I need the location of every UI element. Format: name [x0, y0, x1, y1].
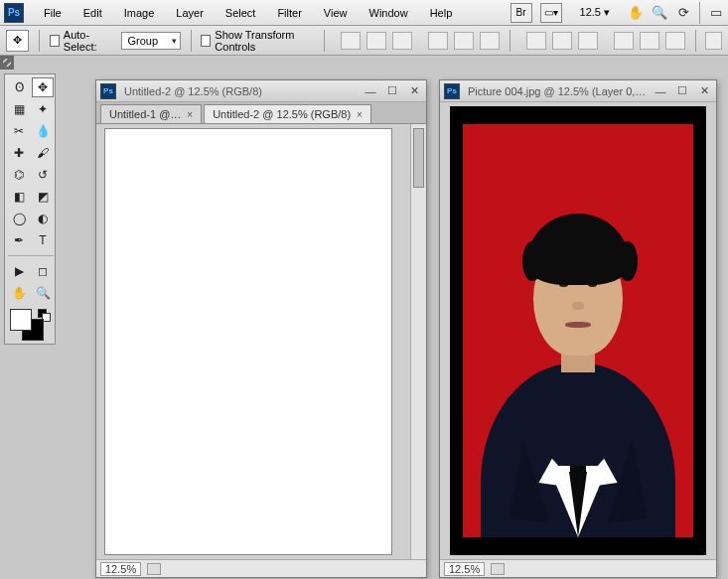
distribute-left-icon[interactable]: [614, 32, 634, 50]
menu-edit[interactable]: Edit: [73, 3, 112, 23]
divider: [510, 30, 510, 52]
distribute-hcenter-icon[interactable]: [640, 32, 659, 50]
minimize-button[interactable]: —: [653, 84, 668, 98]
maximize-button[interactable]: ☐: [384, 84, 400, 98]
close-tab-icon[interactable]: ×: [357, 109, 363, 120]
tab-label: Untitled-2 @ 12.5% (RGB/8): [213, 108, 351, 120]
tab-untitled-2[interactable]: Untitled-2 @ 12.5% (RGB/8) ×: [204, 104, 371, 123]
foreground-color-swatch[interactable]: [10, 309, 32, 331]
divider: [324, 30, 325, 52]
close-button[interactable]: ✕: [696, 84, 712, 98]
workspace-switcher-icon[interactable]: ▭: [708, 5, 724, 21]
menu-image[interactable]: Image: [114, 3, 165, 23]
divider: [699, 2, 700, 24]
window-title: Untitled-2 @ 12.5% (RGB/8): [124, 85, 357, 97]
clone-stamp-icon[interactable]: ⌬: [8, 165, 30, 185]
workspace: ʘ✥▦✦✂💧✚🖌⌬↺◧◩◯◐✒T▶◻✋🔍 Ps Untitled-2 @ 12.…: [0, 56, 728, 579]
window-titlebar[interactable]: Ps Picture 004.jpg @ 12.5% (Layer 0, R… …: [440, 80, 716, 102]
tab-untitled-1[interactable]: Untitled-1 @… ×: [100, 104, 202, 123]
history-brush-icon[interactable]: ↺: [32, 165, 54, 185]
screen-mode-button[interactable]: ▭▾: [540, 3, 562, 23]
auto-select-checkbox[interactable]: Auto-Select:: [50, 29, 111, 53]
checkbox-icon[interactable]: [50, 35, 60, 47]
align-hcenter-icon[interactable]: [454, 32, 474, 50]
menu-filter[interactable]: Filter: [267, 3, 311, 23]
canvas-area[interactable]: [96, 124, 410, 559]
vertical-scrollbar[interactable]: [410, 124, 426, 559]
minimize-button[interactable]: —: [363, 84, 378, 98]
move-icon[interactable]: ✥: [32, 77, 54, 97]
marquee-icon[interactable]: ▦: [8, 99, 30, 119]
distribute-bottom-icon[interactable]: [578, 32, 598, 50]
menubar: Ps File Edit Image Layer Select Filter V…: [0, 0, 728, 26]
status-info-icon[interactable]: [147, 563, 161, 575]
window-titlebar[interactable]: Ps Untitled-2 @ 12.5% (RGB/8) — ☐ ✕: [96, 80, 426, 102]
toolbox-collapse-handle[interactable]: [0, 56, 14, 70]
distribute-vcenter-icon[interactable]: [552, 32, 572, 50]
brush-icon[interactable]: 🖌: [32, 143, 54, 163]
align-top-icon[interactable]: [341, 32, 361, 50]
gradient-icon[interactable]: ◩: [32, 187, 54, 207]
blank-canvas[interactable]: [104, 128, 392, 555]
type-icon[interactable]: T: [32, 230, 54, 250]
bridge-button[interactable]: Br: [510, 3, 532, 23]
document-window-right: Ps Picture 004.jpg @ 12.5% (Layer 0, R… …: [439, 79, 717, 578]
auto-align-icon[interactable]: [705, 32, 722, 50]
eraser-icon[interactable]: ◧: [8, 187, 30, 207]
menu-window[interactable]: Window: [360, 3, 418, 23]
zoom-icon[interactable]: 🔍: [32, 283, 54, 303]
portrait-photo: [463, 124, 693, 537]
window-title: Picture 004.jpg @ 12.5% (Layer 0, R…: [468, 85, 647, 97]
checkbox-icon[interactable]: [201, 35, 211, 47]
image-canvas[interactable]: [450, 106, 706, 555]
blur-icon[interactable]: ◯: [8, 209, 30, 228]
menu-layer[interactable]: Layer: [166, 3, 214, 23]
color-swatches: [8, 309, 52, 341]
distribute-right-icon[interactable]: [665, 32, 685, 50]
tie-knot-shape: [570, 466, 586, 480]
dodge-icon[interactable]: ◐: [32, 209, 54, 228]
hand-tool-icon[interactable]: ✋: [628, 5, 644, 21]
doc-logo-icon: Ps: [100, 83, 116, 99]
hand-icon[interactable]: ✋: [8, 283, 30, 303]
menu-view[interactable]: View: [314, 3, 358, 23]
active-tool-icon[interactable]: ✥: [6, 30, 29, 52]
scrollbar-thumb[interactable]: [413, 128, 424, 188]
path-select-icon[interactable]: ▶: [8, 261, 30, 281]
maximize-button[interactable]: ☐: [674, 84, 690, 98]
tie-shape: [569, 472, 587, 537]
divider: [695, 30, 696, 52]
align-left-icon[interactable]: [428, 32, 448, 50]
align-right-icon[interactable]: [480, 32, 500, 50]
distribute-top-icon[interactable]: [526, 32, 546, 50]
align-bottom-icon[interactable]: [392, 32, 412, 50]
pen-icon[interactable]: ✒: [8, 230, 30, 250]
menu-file[interactable]: File: [34, 3, 72, 23]
menu-select[interactable]: Select: [216, 3, 266, 23]
show-transform-checkbox[interactable]: Show Transform Controls: [201, 29, 314, 53]
status-zoom-input[interactable]: 12.5%: [444, 562, 485, 576]
crop-icon[interactable]: ✂: [8, 121, 30, 141]
doc-logo-icon: Ps: [444, 83, 460, 99]
canvas-area[interactable]: [440, 102, 716, 559]
distribute-icons-group: [526, 32, 598, 50]
auto-select-mode-select[interactable]: Group: [121, 32, 181, 50]
options-bar: ✥ Auto-Select: Group Show Transform Cont…: [0, 26, 728, 56]
status-info-icon[interactable]: [491, 563, 505, 575]
lasso-icon[interactable]: ʘ: [8, 77, 30, 97]
zoom-level-menu[interactable]: 12.5 ▾: [570, 6, 620, 19]
status-zoom-input[interactable]: 12.5%: [100, 562, 141, 576]
divider: [39, 30, 40, 52]
divider: [191, 30, 192, 52]
eyedropper-icon[interactable]: 💧: [32, 121, 54, 141]
shape-icon[interactable]: ◻: [32, 261, 54, 281]
spot-heal-icon[interactable]: ✚: [8, 143, 30, 163]
close-tab-icon[interactable]: ×: [187, 109, 193, 120]
rotate-view-icon[interactable]: ⟳: [675, 5, 691, 21]
align-vcenter-icon[interactable]: [366, 32, 386, 50]
menu-help[interactable]: Help: [420, 3, 463, 23]
tab-label: Untitled-1 @…: [109, 108, 181, 120]
magic-wand-icon[interactable]: ✦: [32, 99, 54, 119]
zoom-tool-icon[interactable]: 🔍: [652, 5, 667, 21]
close-button[interactable]: ✕: [406, 84, 422, 98]
